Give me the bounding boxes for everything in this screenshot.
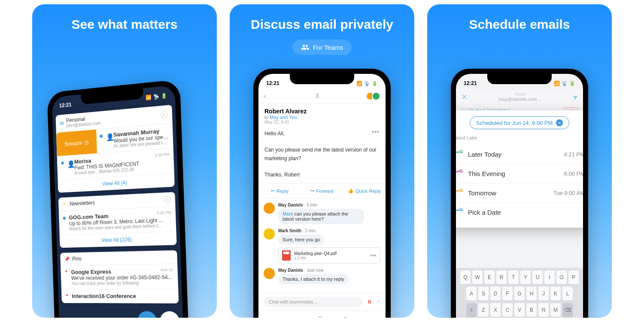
- more-icon[interactable]: •••: [370, 252, 377, 259]
- status-time: 12:21: [266, 80, 279, 86]
- backspace-key[interactable]: ⌫: [562, 303, 573, 317]
- group-label: Newsletters: [70, 200, 95, 207]
- pick-date-icon: [456, 208, 463, 216]
- key[interactable]: K: [550, 287, 561, 301]
- key[interactable]: F: [502, 287, 513, 301]
- key[interactable]: D: [490, 287, 501, 301]
- reply-icon[interactable]: ↩: [292, 315, 298, 318]
- reply-icon: ↩: [271, 188, 275, 194]
- pin-icon: 📌: [64, 256, 70, 262]
- key[interactable]: O: [556, 270, 567, 284]
- email-sender: Robert Alvarez: [264, 108, 380, 115]
- rss-icon: ᯤ: [62, 201, 67, 207]
- forward-button[interactable]: ↪Forward: [301, 184, 343, 198]
- more-icon[interactable]: •••: [368, 315, 376, 318]
- circle-icon[interactable]: ○: [268, 315, 273, 318]
- for-teams-badge: For Teams: [292, 39, 352, 55]
- reply-button[interactable]: ↩Reply: [258, 184, 301, 198]
- key[interactable]: L: [562, 287, 573, 301]
- key[interactable]: A: [466, 287, 477, 301]
- key[interactable]: W: [472, 270, 483, 284]
- phone-frame: 12:21 📶📡🔋 ‹ ⊼ ••• Robert Alvarez to May …: [253, 69, 391, 318]
- avatar-stack[interactable]: [368, 92, 380, 100]
- avatar-icon: [264, 268, 275, 279]
- schedule-option-pick-date[interactable]: Pick a Date ›: [456, 203, 583, 222]
- snooze-button[interactable]: Snooze ◷: [56, 130, 97, 156]
- key[interactable]: B: [526, 303, 537, 317]
- key[interactable]: R: [496, 270, 507, 284]
- key[interactable]: E: [484, 270, 495, 284]
- email-sender: Interaction16 Conference: [72, 293, 174, 299]
- schedule-option-later-today[interactable]: Later Today 4:21 PM: [456, 145, 583, 164]
- attachment-name: Marketing-plan Q4.pdf: [294, 251, 367, 256]
- close-icon[interactable]: ✕: [461, 92, 468, 102]
- chat-bubble: Sure, here you go: [278, 234, 324, 245]
- promo-title: Discuss email privately: [251, 17, 393, 32]
- email-row[interactable]: GOG.com Team Up to 80% off Risen 3, Metr…: [59, 207, 176, 235]
- inbox-group-pins: 📌 Pins ★ Google Express We've received y…: [60, 250, 179, 304]
- key[interactable]: J: [538, 287, 549, 301]
- phone-notch: [487, 74, 552, 84]
- avatar-icon: [264, 228, 275, 240]
- email-body-line: Thanks, Robert: [264, 171, 380, 179]
- chevron-right-icon: ›: [583, 209, 583, 216]
- attachment-size: 1.2 Mb: [294, 256, 367, 260]
- chat-input[interactable]: Chat with teammates ...: [264, 297, 362, 307]
- key[interactable]: N: [538, 303, 549, 317]
- key[interactable]: T: [508, 270, 519, 284]
- key[interactable]: H: [526, 287, 537, 301]
- chat-bubble: Thanks, I attach it to my reply: [278, 274, 349, 284]
- email-row[interactable]: ★ Interaction16 Conference: [61, 289, 179, 304]
- more-fab[interactable]: •••: [160, 311, 179, 318]
- person-icon: 👤: [67, 160, 71, 164]
- clock-icon[interactable]: ◷: [342, 315, 348, 318]
- phone-notch: [290, 74, 354, 84]
- key[interactable]: I: [544, 270, 555, 284]
- pin-icon: ★: [65, 293, 69, 297]
- unread-dot-icon: [63, 217, 66, 220]
- mail-icon: ✉: [60, 120, 64, 126]
- quick-reply-button[interactable]: 👍Quick Reply: [343, 184, 386, 198]
- archive-icon[interactable]: ⎘: [318, 315, 322, 318]
- email-row[interactable]: ★ Google Express We've received your ord…: [61, 264, 178, 290]
- check-icon[interactable]: ✓: [164, 196, 171, 203]
- status-icons: 📶📡🔋: [146, 93, 167, 100]
- more-icon[interactable]: •••: [372, 128, 380, 135]
- pin-icon[interactable]: ⊼: [315, 93, 319, 100]
- schedule-option-evening[interactable]: This Evening 8:00 PM: [456, 164, 583, 183]
- key[interactable]: Q: [460, 270, 471, 284]
- key[interactable]: Y: [520, 270, 531, 284]
- section-label: Send Later: [456, 135, 583, 140]
- status-icons: 📶📡🔋: [356, 81, 378, 86]
- key[interactable]: U: [532, 270, 543, 284]
- scheduled-pill[interactable]: Scheduled for Jun 14, 9:00 PM ✕: [470, 116, 570, 129]
- shift-key[interactable]: ⇧: [466, 303, 477, 317]
- key[interactable]: P: [568, 270, 579, 284]
- schedule-option-tomorrow[interactable]: Tomorrow Tue 9:00 AM: [456, 183, 583, 203]
- promo-card-discuss: Discuss email privately For Teams 12:21 …: [230, 4, 414, 318]
- status-icons: 📶📡🔋: [554, 81, 575, 86]
- clear-schedule-icon[interactable]: ✕: [556, 119, 563, 126]
- key[interactable]: Z: [478, 303, 489, 317]
- back-icon[interactable]: ‹: [264, 92, 266, 100]
- key[interactable]: V: [514, 303, 525, 317]
- check-icon[interactable]: ✓: [161, 111, 168, 118]
- email-preview: You can track your order by following: [71, 280, 173, 286]
- key[interactable]: S: [478, 287, 489, 301]
- email-body-line: Can you please send me the latest versio…: [264, 146, 380, 162]
- key[interactable]: C: [502, 303, 513, 317]
- forward-icon: ↪: [310, 188, 314, 194]
- key[interactable]: X: [490, 303, 501, 317]
- compose-fab[interactable]: ✎: [137, 311, 157, 318]
- inbox-group-personal: ✉ Personal john@dawson.com ✓ Snooze ◷: [56, 105, 175, 193]
- email-time: 3:38 PM: [157, 210, 171, 216]
- person-icon: 👤: [106, 133, 110, 138]
- expand-icon[interactable]: ⌃: [377, 300, 380, 304]
- key[interactable]: M: [550, 303, 561, 317]
- pdf-icon: [282, 250, 291, 261]
- send-icon[interactable]: ➤: [571, 92, 580, 102]
- attachment-card[interactable]: Marketing-plan Q4.pdf 1.2 Mb •••: [278, 247, 380, 264]
- keyboard[interactable]: Q W E R T Y U I O P A S D F G H: [456, 268, 583, 318]
- unread-dot-icon: [61, 161, 64, 164]
- key[interactable]: G: [514, 287, 525, 301]
